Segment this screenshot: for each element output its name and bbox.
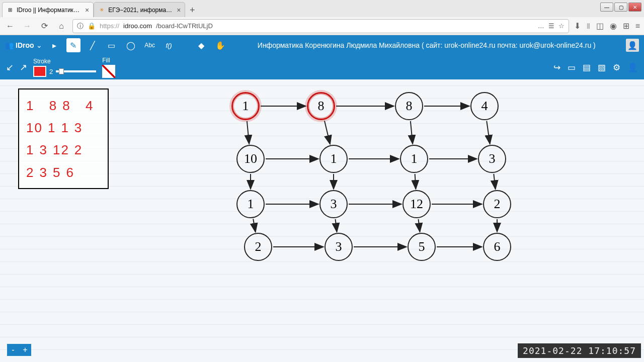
- board-title: Информатика Коренюгина Людмила Михайловн…: [232, 41, 621, 49]
- url-scheme: https://: [100, 22, 119, 30]
- tab-title: IDroo || Информатика Корен…: [17, 7, 82, 14]
- graph-node: 4: [470, 92, 499, 120]
- lock-icon: 🔒: [88, 22, 96, 30]
- stroke-width-slider[interactable]: [56, 70, 96, 72]
- svg-line-3: [247, 121, 249, 144]
- tab-favicon-icon: ⊞: [7, 7, 14, 14]
- matrix-cell: 2: [26, 161, 34, 184]
- matrix-cell: 1: [48, 117, 56, 139]
- matrix-cell: 1: [61, 117, 69, 139]
- tab-favicon-icon: ✳: [98, 7, 105, 14]
- maximize-button[interactable]: ▢: [614, 3, 627, 12]
- arrow-end-icon[interactable]: ↗: [20, 62, 27, 73]
- image-icon[interactable]: ▧: [598, 62, 606, 73]
- browser-url-bar: ← → ⟳ ⌂ ⓘ 🔒 https://idroo.com/board-lCwT…: [0, 17, 644, 35]
- svg-line-17: [253, 219, 256, 232]
- matrix-cell: 4: [86, 95, 94, 117]
- line-tool[interactable]: ╱: [86, 38, 100, 52]
- back-button[interactable]: ←: [4, 20, 16, 32]
- address-bar[interactable]: ⓘ 🔒 https://idroo.com/board-lCwTRtULjD ……: [72, 19, 569, 33]
- graph-node: 3: [478, 145, 506, 173]
- matrix-cell: 10: [26, 117, 43, 139]
- stroke-color-swatch[interactable]: [33, 66, 46, 77]
- svg-line-13: [494, 174, 495, 189]
- graph-node: 1: [319, 145, 348, 173]
- rect-tool[interactable]: ▭: [105, 38, 119, 52]
- graph-node: 10: [236, 145, 265, 173]
- zoom-out-button[interactable]: -: [7, 344, 19, 356]
- matrix-cell: 6: [66, 161, 74, 184]
- new-tab-button[interactable]: +: [185, 3, 199, 17]
- sidebar-icon[interactable]: ◫: [596, 21, 604, 31]
- graph-node: 5: [408, 233, 436, 261]
- minimize-button[interactable]: —: [600, 3, 613, 12]
- svg-line-18: [336, 219, 337, 232]
- avatar-icon: 👤: [627, 41, 637, 50]
- menu-icon[interactable]: ≡: [635, 22, 640, 31]
- url-path: /board-lCwTRtULjD: [156, 22, 213, 30]
- hand-tool[interactable]: ✋: [213, 38, 227, 52]
- tab-title: ЕГЭ−2021, информатика: зад…: [108, 7, 174, 14]
- stroke-label: Stroke: [33, 58, 96, 65]
- forward-button[interactable]: →: [21, 20, 33, 32]
- graph-node: 2: [244, 233, 272, 261]
- eraser-tool[interactable]: ◆: [194, 38, 208, 52]
- app-toolbar: 👥 IDroo ⌄ ▸ ✎ ╱ ▭ ◯ Abc f() ◆ ✋ Информат…: [0, 35, 644, 55]
- whiteboard-canvas[interactable]: 1 88 4 10113 13122 2356 1884101131312223…: [0, 79, 644, 362]
- settings-icon[interactable]: ⚙: [613, 62, 620, 73]
- graph-node: 8: [395, 92, 423, 120]
- matrix-row: 2356: [26, 161, 101, 184]
- ellipse-tool[interactable]: ◯: [124, 38, 138, 52]
- app-logo[interactable]: 👥 IDroo ⌄: [5, 41, 42, 49]
- account-icon[interactable]: ◉: [610, 21, 617, 31]
- library-icon[interactable]: ⫴: [587, 22, 590, 31]
- browser-tab-active[interactable]: ⊞ IDroo || Информатика Корен… ×: [2, 2, 94, 17]
- text-tool[interactable]: Abc: [143, 38, 157, 52]
- browser-tab[interactable]: ✳ ЕГЭ−2021, информатика: зад… ×: [94, 2, 185, 17]
- tab-close-icon[interactable]: ×: [85, 6, 89, 14]
- chat-icon[interactable]: ▭: [568, 62, 576, 73]
- extensions-icon[interactable]: ⊞: [623, 21, 629, 31]
- matrix-cell: 8: [49, 95, 57, 117]
- logo-text: IDroo: [16, 41, 34, 49]
- zoom-in-button[interactable]: +: [19, 344, 31, 356]
- formula-tool[interactable]: f(): [162, 38, 176, 52]
- arrow-start-icon[interactable]: ↙: [6, 62, 14, 73]
- pen-tool[interactable]: ✎: [66, 38, 80, 52]
- close-window-button[interactable]: ✕: [628, 3, 641, 12]
- zoom-controls: - +: [7, 344, 31, 356]
- app-sub-toolbar: ↙ ↗ Stroke 2 Fill ↪ ▭ ▤ ▧ ⚙ 👤: [0, 55, 644, 79]
- reload-button[interactable]: ⟳: [38, 20, 50, 32]
- docs-icon[interactable]: ▤: [583, 62, 591, 73]
- fill-color-swatch[interactable]: [102, 65, 115, 78]
- matrix-cell: 5: [53, 161, 61, 184]
- chevron-down-icon: ⌄: [36, 41, 42, 49]
- svg-line-12: [415, 174, 416, 189]
- home-button[interactable]: ⌂: [55, 20, 67, 32]
- stroke-width-value: 2: [49, 68, 53, 75]
- matrix-cell: 2: [74, 139, 83, 161]
- share-icon[interactable]: ↪: [553, 62, 560, 73]
- bookmark-star-icon[interactable]: ☆: [558, 22, 565, 30]
- graph-node: 3: [319, 190, 348, 218]
- reader-mode-icon[interactable]: ☰: [548, 22, 554, 30]
- url-more-icon[interactable]: …: [538, 22, 544, 30]
- site-info-icon[interactable]: ⓘ: [77, 22, 84, 31]
- logo-icon: 👥: [5, 41, 14, 49]
- graph-node: 3: [325, 233, 353, 261]
- pointer-tool[interactable]: ▸: [47, 38, 61, 52]
- matrix-cell: 1: [26, 95, 34, 117]
- graph-node: 8: [307, 92, 335, 120]
- matrix-cell: 3: [74, 117, 83, 139]
- matrix-cell: 1: [26, 139, 34, 161]
- matrix-row: 10113: [26, 117, 101, 139]
- timestamp-overlay: 2021-02-22 17:10:57: [518, 343, 641, 358]
- download-icon[interactable]: ⬇: [574, 21, 581, 31]
- graph-node: 6: [483, 233, 511, 261]
- fill-label: Fill: [102, 57, 115, 64]
- graph-node: 12: [403, 190, 431, 218]
- tab-close-icon[interactable]: ×: [177, 6, 181, 14]
- users-icon[interactable]: 👤: [627, 62, 638, 73]
- svg-line-4: [325, 121, 330, 144]
- avatar[interactable]: 👤: [626, 39, 639, 52]
